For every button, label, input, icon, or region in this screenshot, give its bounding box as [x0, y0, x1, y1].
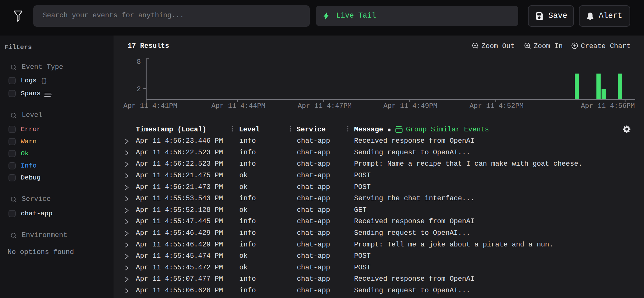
- svg-text:Apr 11 4:49PM: Apr 11 4:49PM: [383, 102, 437, 110]
- svg-text:Apr 11 4:44PM: Apr 11 4:44PM: [211, 102, 265, 110]
- svg-text:Apr 11 4:52PM: Apr 11 4:52PM: [469, 102, 524, 110]
- svg-text:Apr 11 4:47PM: Apr 11 4:47PM: [298, 102, 352, 110]
- svg-text:8: 8: [137, 58, 141, 66]
- svg-text:Apr 11 4:41PM: Apr 11 4:41PM: [123, 102, 177, 110]
- svg-text:Apr 11 4:56PM: Apr 11 4:56PM: [581, 102, 635, 110]
- svg-text:2: 2: [137, 86, 141, 93]
